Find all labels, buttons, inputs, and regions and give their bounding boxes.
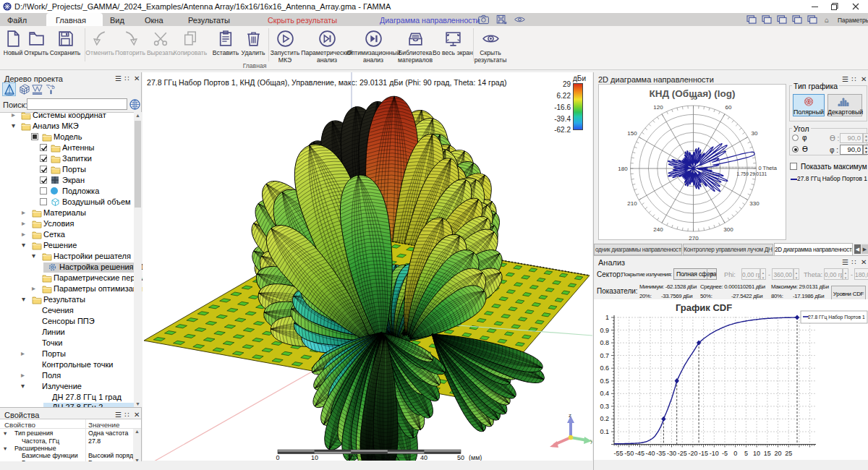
svg-text:270: 270 <box>689 235 699 240</box>
svg-text:-55: -55 <box>613 450 623 457</box>
svg-text:240: 240 <box>653 226 663 233</box>
svg-text:180: 180 <box>618 166 628 172</box>
svg-text:0.4: 0.4 <box>600 390 609 397</box>
svg-text:y: y <box>590 437 592 444</box>
svg-text:330: 330 <box>749 200 760 207</box>
svg-text:-35: -35 <box>656 450 665 457</box>
svg-text:10: 10 <box>753 450 760 457</box>
svg-text:300: 300 <box>723 226 733 233</box>
svg-text:1.759 29.0131: 1.759 29.0131 <box>737 171 767 176</box>
svg-text:0 Theta: 0 Theta <box>759 165 778 171</box>
svg-text:0: 0 <box>733 450 737 457</box>
svg-text:0.8: 0.8 <box>600 339 609 346</box>
svg-text:1: 1 <box>605 314 609 321</box>
svg-text:20: 20 <box>774 450 781 457</box>
svg-text:0.1: 0.1 <box>600 428 609 435</box>
svg-text:0: 0 <box>276 454 279 461</box>
svg-text:15: 15 <box>764 450 771 457</box>
svg-text:-25: -25 <box>678 450 687 457</box>
svg-text:-5: -5 <box>722 450 728 457</box>
svg-text:-40: -40 <box>646 450 655 457</box>
svg-text:0.7: 0.7 <box>600 352 609 359</box>
svg-text:0.2: 0.2 <box>600 415 609 422</box>
svg-text:27.8 ГГц Набор Портов 1: 27.8 ГГц Набор Портов 1 <box>808 315 865 320</box>
svg-text:210: 210 <box>627 200 637 207</box>
svg-text:-45: -45 <box>635 450 644 457</box>
svg-text:5: 5 <box>744 450 748 457</box>
svg-text:150: 150 <box>627 130 637 137</box>
svg-text:(мм): (мм) <box>469 454 482 461</box>
svg-text:25: 25 <box>785 450 792 457</box>
svg-text:120: 120 <box>653 104 663 111</box>
svg-text:0.3: 0.3 <box>600 403 609 410</box>
svg-text:10: 10 <box>311 454 318 461</box>
svg-text:50: 50 <box>457 454 464 461</box>
svg-text:20: 20 <box>347 454 354 461</box>
svg-text:30: 30 <box>752 130 758 137</box>
svg-text:-30: -30 <box>667 450 676 457</box>
svg-text:-20: -20 <box>688 450 697 457</box>
svg-text:0.9: 0.9 <box>600 327 609 334</box>
svg-text:0.5: 0.5 <box>600 377 609 385</box>
svg-text:-15: -15 <box>699 450 708 457</box>
svg-text:0.6: 0.6 <box>600 364 609 372</box>
svg-text:30: 30 <box>384 454 391 461</box>
svg-text:-50: -50 <box>624 450 634 457</box>
svg-text:90: 90 <box>691 95 697 101</box>
svg-text:График CDF: График CDF <box>676 302 732 313</box>
svg-text:60: 60 <box>726 104 732 111</box>
svg-text:-10: -10 <box>710 450 719 457</box>
svg-text:40: 40 <box>420 454 427 461</box>
svg-text:z: z <box>569 412 571 419</box>
